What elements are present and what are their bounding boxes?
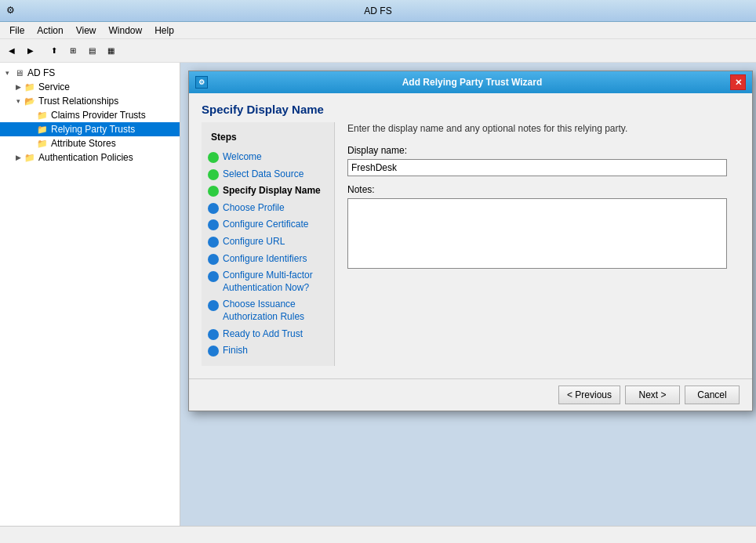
notes-label: Notes: (347, 184, 727, 195)
menu-item-view[interactable]: View (70, 24, 103, 38)
expand-arrow: ▾ (2, 67, 13, 78)
dialog-footer: < Previous Next > Cancel (189, 378, 752, 411)
step-label: Choose Issuance Authorization Rules (223, 299, 328, 323)
step-welcome[interactable]: Welcome (202, 149, 334, 166)
step-bullet-url (208, 237, 219, 248)
spacer (25, 138, 36, 149)
up-btn[interactable]: ⬆ (45, 42, 63, 60)
step-select-data-source[interactable]: Select Data Source (202, 166, 334, 183)
folder-icon: 📁 (36, 123, 49, 136)
display-name-label: Display name: (347, 145, 727, 156)
step-bullet-welcome (208, 152, 219, 163)
app-icon: ⚙ (6, 5, 19, 17)
form-panel: Enter the display name and any optional … (335, 122, 740, 366)
steps-heading: Steps (202, 129, 334, 149)
expand-arrow: ▶ (13, 81, 24, 92)
dialog-description: Enter the display name and any optional … (347, 122, 727, 136)
tree-label: Attribute Stores (51, 138, 116, 149)
dialog-title: Add Relying Party Trust Wizard (214, 77, 730, 88)
step-label: Select Data Source (223, 168, 303, 181)
step-bullet-finish (208, 346, 219, 357)
folder-open-icon: 📂 (24, 95, 36, 107)
step-specify-display-name[interactable]: Specify Display Name (202, 183, 334, 200)
folder-icon: 📁 (24, 151, 36, 164)
step-label: Finish (223, 345, 248, 357)
step-bullet-display-name (208, 186, 219, 197)
toolbar: ◀ ▶ ⬆ ⊞ ▤ ▦ (0, 39, 756, 63)
main-area: ▾ 🖥 AD FS ▶ 📁 Service ▾ 📂 Trust Relation… (0, 63, 756, 543)
notes-textarea[interactable] (347, 198, 727, 269)
dialog-title-bar: ⚙ Add Relying Party Trust Wizard ✕ (189, 71, 752, 93)
show-hide-btn[interactable]: ⊞ (64, 42, 82, 60)
step-bullet-cert (208, 219, 219, 230)
step-configure-identifiers[interactable]: Configure Identifiers (202, 251, 334, 268)
dialog-heading: Specify Display Name (202, 103, 740, 116)
step-configure-mfa[interactable]: Configure Multi-factor Authentication No… (202, 267, 334, 296)
dialog-body: Specify Display Name Steps Welcome Selec… (189, 93, 752, 372)
tree-item-service[interactable]: ▶ 📁 Service (0, 80, 180, 94)
step-bullet-mfa (208, 271, 219, 282)
step-label: Welcome (223, 151, 262, 164)
tree-item-attribute-stores[interactable]: 📁 Attribute Stores (0, 136, 180, 150)
forward-btn[interactable]: ▶ (22, 42, 39, 60)
grid-btn[interactable]: ▤ (83, 42, 100, 60)
spacer (25, 110, 36, 121)
menu-item-action[interactable]: Action (31, 24, 69, 38)
folder-icon: 📁 (24, 81, 36, 93)
list-btn[interactable]: ▦ (102, 42, 119, 60)
cancel-button[interactable]: Cancel (685, 386, 740, 404)
tree-label: Trust Relationships (38, 96, 118, 107)
right-area: ⚙ Add Relying Party Trust Wizard ✕ Speci… (180, 63, 756, 543)
step-label: Choose Profile (223, 202, 285, 215)
tree-label: AD FS (27, 67, 55, 78)
menu-item-file[interactable]: File (3, 24, 31, 38)
step-configure-certificate[interactable]: Configure Certificate (202, 216, 334, 233)
back-btn[interactable]: ◀ (3, 42, 20, 60)
step-finish[interactable]: Finish (202, 342, 334, 360)
step-label: Specify Display Name (223, 185, 321, 197)
expand-arrow: ▶ (13, 152, 24, 163)
spacer (25, 124, 36, 135)
title-bar: ⚙ AD FS (0, 0, 756, 22)
tree-label: Service (38, 81, 70, 92)
tree-item-auth-policies[interactable]: ▶ 📁 Authentication Policies (0, 150, 180, 165)
step-bullet-ready (208, 329, 219, 340)
dialog-close-button[interactable]: ✕ (730, 74, 746, 90)
tree-item-adfs[interactable]: ▾ 🖥 AD FS (0, 66, 180, 80)
step-ready-to-add[interactable]: Ready to Add Trust (202, 326, 334, 343)
menu-bar: FileActionViewWindowHelp (0, 22, 756, 39)
wizard-dialog: ⚙ Add Relying Party Trust Wizard ✕ Speci… (188, 71, 753, 411)
step-bullet-issuance (208, 300, 219, 311)
folder-icon: 📁 (36, 109, 49, 121)
step-bullet-profile (208, 203, 219, 214)
tree-item-relying-party[interactable]: 📁 Relying Party Trusts (0, 122, 180, 136)
step-choose-profile[interactable]: Choose Profile (202, 200, 334, 217)
left-panel: ▾ 🖥 AD FS ▶ 📁 Service ▾ 📂 Trust Relation… (0, 63, 180, 543)
steps-panel: Steps Welcome Select Data Source Specify… (202, 122, 335, 366)
dialog-icon: ⚙ (195, 76, 208, 89)
display-name-input[interactable] (347, 159, 727, 176)
step-issuance-rules[interactable]: Choose Issuance Authorization Rules (202, 296, 334, 325)
step-label: Configure Identifiers (223, 253, 307, 266)
expand-arrow: ▾ (13, 96, 24, 107)
tree-label: Relying Party Trusts (51, 124, 135, 135)
pc-icon: 🖥 (13, 67, 25, 79)
status-bar (0, 526, 756, 543)
folder-icon: 📁 (36, 137, 49, 150)
previous-button[interactable]: < Previous (558, 386, 620, 404)
menu-item-help[interactable]: Help (148, 24, 180, 38)
tree-item-trust-relationships[interactable]: ▾ 📂 Trust Relationships (0, 94, 180, 108)
step-label: Configure URL (223, 236, 285, 248)
step-label: Configure Certificate (223, 219, 308, 231)
step-configure-url[interactable]: Configure URL (202, 233, 334, 251)
next-button[interactable]: Next > (625, 386, 680, 404)
step-bullet-select-data (208, 169, 219, 180)
app-title: AD FS (364, 5, 391, 16)
tree-label: Authentication Policies (38, 152, 133, 163)
tree-label: Claims Provider Trusts (51, 110, 146, 121)
dialog-content: Steps Welcome Select Data Source Specify… (202, 122, 740, 366)
tree-item-claims-provider[interactable]: 📁 Claims Provider Trusts (0, 108, 180, 122)
step-label: Ready to Add Trust (223, 328, 303, 341)
menu-item-window[interactable]: Window (103, 24, 149, 38)
step-label: Configure Multi-factor Authentication No… (223, 270, 328, 294)
